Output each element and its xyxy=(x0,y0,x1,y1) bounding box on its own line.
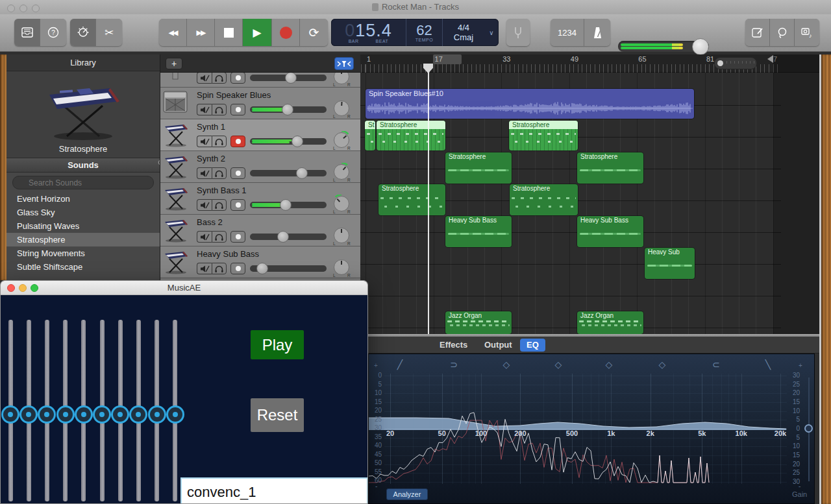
solo-button[interactable] xyxy=(212,263,227,274)
region[interactable]: Stratosphere xyxy=(577,152,643,184)
latent-slider-handle[interactable] xyxy=(93,405,111,424)
note-pad-button[interactable] xyxy=(745,19,770,46)
quick-help-button[interactable]: ? xyxy=(40,19,66,46)
low-cut-icon[interactable]: ╱ xyxy=(397,359,403,370)
analyzer-button[interactable]: Analyzer xyxy=(386,488,428,500)
region[interactable]: Spin Speaker Blues#10 xyxy=(366,89,694,119)
smart-controls-button[interactable] xyxy=(70,19,96,46)
solo-button[interactable] xyxy=(212,199,227,211)
search-sounds-input[interactable] xyxy=(12,176,154,189)
latent-slider-handle[interactable] xyxy=(56,405,75,424)
region[interactable]: Jazz Organ xyxy=(577,311,643,334)
pan-knob[interactable]: LR xyxy=(330,163,353,186)
mute-button[interactable] xyxy=(197,263,212,274)
tab-eq[interactable]: EQ xyxy=(520,339,545,352)
latent-slider-handle[interactable] xyxy=(19,405,38,424)
mute-button[interactable] xyxy=(197,231,212,243)
right-scroll-strip[interactable] xyxy=(819,54,821,504)
volume-slider[interactable] xyxy=(250,106,327,113)
volume-handle[interactable] xyxy=(291,136,303,147)
record-button[interactable] xyxy=(272,19,300,46)
tuner-button[interactable] xyxy=(506,19,530,46)
volume-handle[interactable] xyxy=(256,263,268,274)
sound-list-item[interactable]: String Movements xyxy=(6,246,160,260)
latent-slider-handle[interactable] xyxy=(38,405,56,424)
solo-button[interactable] xyxy=(212,73,227,84)
pan-knob[interactable]: LR xyxy=(330,226,353,249)
volume-handle[interactable] xyxy=(296,167,308,179)
track-row[interactable]: Synth 2 LR xyxy=(160,151,360,183)
volume-slider[interactable] xyxy=(250,170,327,176)
volume-handle[interactable] xyxy=(280,199,291,211)
media-browser-button[interactable]: ♪ xyxy=(795,19,819,46)
mute-button[interactable] xyxy=(197,199,212,211)
volume-slider[interactable] xyxy=(250,234,327,240)
region[interactable]: Heavy Sub xyxy=(645,248,695,279)
mute-button[interactable] xyxy=(197,167,212,179)
low-shelf-icon[interactable]: ⊃ xyxy=(450,359,458,370)
region[interactable]: Jazz Organ xyxy=(445,311,512,334)
tab-output[interactable]: Output xyxy=(478,339,519,352)
latent-slider-handle[interactable] xyxy=(129,405,147,424)
editors-button[interactable]: ✂ xyxy=(96,19,122,46)
latent-slider-handle[interactable] xyxy=(166,405,184,424)
mute-button[interactable] xyxy=(197,136,212,147)
stop-button[interactable] xyxy=(215,19,243,46)
mute-button[interactable] xyxy=(197,73,212,84)
region[interactable]: Heavy Sub Bass xyxy=(445,216,512,247)
latent-slider-handle[interactable] xyxy=(1,405,19,424)
record-enable-button[interactable] xyxy=(230,136,245,147)
pan-knob[interactable]: LR xyxy=(330,195,353,217)
sound-list-item[interactable]: Subtle Shiftscape xyxy=(6,260,160,274)
track-row[interactable]: Synth Bass 1 LR xyxy=(160,183,360,215)
pan-knob[interactable]: LR xyxy=(330,99,353,122)
track-row[interactable]: Spin Speaker Blues LR xyxy=(160,88,360,119)
cycle-button[interactable]: ⟳ xyxy=(300,19,328,46)
volume-slider[interactable] xyxy=(250,138,327,145)
volume-slider[interactable] xyxy=(250,75,327,81)
metronome-button[interactable] xyxy=(584,19,610,46)
record-enable-button[interactable] xyxy=(230,167,245,179)
volume-handle[interactable] xyxy=(282,104,293,115)
solo-button[interactable] xyxy=(212,167,227,179)
musicae-name-input[interactable] xyxy=(180,477,368,504)
track-row[interactable]: Synth 1 LR xyxy=(160,119,360,151)
volume-handle[interactable] xyxy=(285,73,297,84)
master-volume-knob[interactable] xyxy=(692,38,709,55)
tab-effects[interactable]: Effects xyxy=(433,339,474,352)
volume-handle[interactable] xyxy=(277,231,289,243)
lcd-display[interactable]: 015.4 BARBEAT 62 TEMPO 4/4 Cmaj ∨ xyxy=(331,19,499,46)
add-track-button[interactable]: + xyxy=(166,58,182,69)
region[interactable]: Stratosphere xyxy=(377,121,445,150)
timeline-zoom-slider[interactable] xyxy=(714,57,757,69)
latent-slider-handle[interactable] xyxy=(75,405,93,424)
count-in-button[interactable]: 1234 xyxy=(551,19,584,46)
region[interactable]: Stratosphere xyxy=(378,184,445,215)
sound-list-item[interactable]: Stratosphere xyxy=(6,233,160,246)
record-enable-button[interactable] xyxy=(230,73,245,84)
region[interactable]: Stratosphere xyxy=(509,121,578,150)
region[interactable]: Heavy Sub Bass xyxy=(577,216,643,247)
record-enable-button[interactable] xyxy=(230,263,245,274)
sound-list-item[interactable]: Event Horizon xyxy=(6,192,160,206)
bell-icon[interactable]: ◇ xyxy=(606,359,613,370)
track-row[interactable]: Heavy Sub Bass LR xyxy=(160,246,360,278)
record-enable-button[interactable] xyxy=(230,231,245,243)
volume-slider[interactable] xyxy=(250,202,327,208)
high-cut-icon[interactable]: ╲ xyxy=(765,359,771,370)
bell-icon[interactable]: ◇ xyxy=(503,359,510,370)
bell-icon[interactable]: ◇ xyxy=(659,359,666,370)
musicae-play-button[interactable]: Play xyxy=(251,330,304,359)
lcd-chevron-icon[interactable]: ∨ xyxy=(484,19,499,46)
latent-slider-handle[interactable] xyxy=(111,405,129,424)
record-enable-button[interactable] xyxy=(230,104,245,115)
zoom-slider-handle[interactable] xyxy=(717,60,723,66)
pan-knob[interactable]: LR xyxy=(330,73,353,88)
high-shelf-icon[interactable]: ⊂ xyxy=(712,359,720,370)
library-button[interactable] xyxy=(14,19,40,46)
play-button[interactable]: ▶ xyxy=(243,19,272,46)
musicae-reset-button[interactable]: Reset xyxy=(251,398,304,432)
musicae-titlebar[interactable]: MusicAE xyxy=(1,281,367,295)
record-enable-button[interactable] xyxy=(230,199,245,211)
mute-button[interactable] xyxy=(197,104,212,115)
